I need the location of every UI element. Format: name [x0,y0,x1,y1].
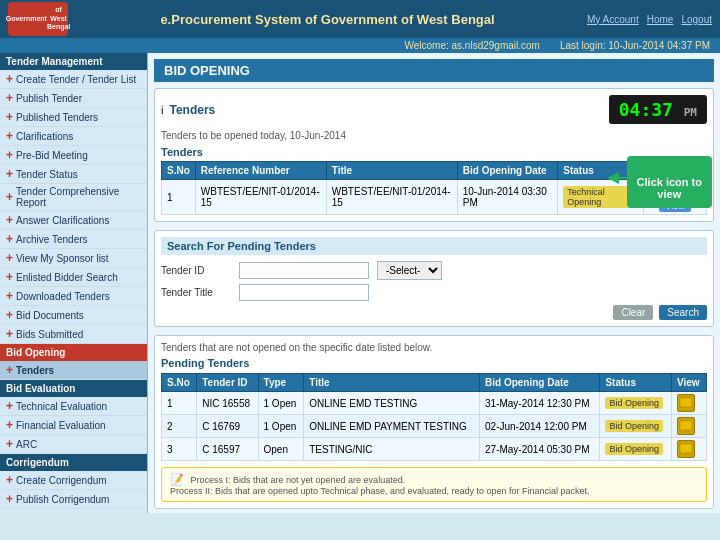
page-title: BID OPENING [154,59,714,82]
sidebar-item-tenders[interactable]: +Tenders [0,361,147,380]
sidebar-item-financial-eval[interactable]: +Financial Evaluation [0,416,147,435]
pcell-sno: 1 [162,392,197,415]
note-box: 📝 Process I: Bids that are not yet opene… [161,467,707,502]
sidebar-item-technical-eval[interactable]: +Technical Evaluation [0,397,147,416]
main-layout: Tender Management +Create Tender / Tende… [0,53,720,513]
cell-title: WBTEST/EE/NIT-01/2014-15 [326,180,457,215]
sidebar-item-create-tender[interactable]: +Create Tender / Tender List [0,70,147,89]
tender-title-label: Tender Title [161,287,231,298]
view-icon[interactable] [677,440,695,458]
callout-click-icon: Click icon to view [627,156,712,208]
sidebar-item-create-corrigendum[interactable]: +Create Corrigendum [0,471,147,490]
cell-sno: 1 [162,180,196,215]
pcell-date: 27-May-2014 05:30 PM [480,438,600,461]
col-title: Title [326,162,457,180]
welcome-item: Welcome: as.nlsd29gmail.com [404,40,539,51]
note-process1: Process I: Bids that are not yet opened … [191,475,406,485]
pcol-view: View [671,374,706,392]
note-icon: 📝 [170,473,184,485]
sidebar-item-tender-status[interactable]: +Tender Status [0,165,147,184]
timer-value: 04:37 [619,99,673,120]
sidebar-item-published-tenders[interactable]: +Published Tenders [0,108,147,127]
pcell-date: 02-Jun-2014 12:00 PM [480,415,600,438]
pcol-type: Type [258,374,304,392]
status-badge: Bid Opening [605,420,663,432]
pcol-title: Title [304,374,480,392]
sidebar-item-answer-clarifications[interactable]: +Answer Clarifications [0,211,147,230]
pending-heading: Pending Tenders [161,357,707,369]
pcell-title: ONLINE EMD TESTING [304,392,480,415]
cell-ref: WBTEST/EE/NIT-01/2014-15 [195,180,326,215]
pcell-view[interactable] [671,392,706,415]
open-date-text: Tenders to be opened today, 10-Jun-2014 [161,130,707,141]
pcell-status: Bid Opening [600,415,671,438]
pcell-sno: 3 [162,438,197,461]
svg-rect-3 [680,421,692,430]
col-sno: S.No [162,162,196,180]
sidebar-item-arc[interactable]: +ARC [0,435,147,454]
home-link[interactable]: Home [647,14,674,25]
sidebar-item-published-corrigendum[interactable]: +Published Corrigendum [0,509,147,513]
pcell-sno: 2 [162,415,197,438]
table-row: 2 C 16769 1 Open ONLINE EMD PAYMENT TEST… [162,415,707,438]
last-login-item: Last login: 10-Jun-2014 04:37 PM [560,40,710,51]
pcell-type: 1 Open [258,415,304,438]
pcell-status: Bid Opening [600,392,671,415]
pcell-id: C 16597 [197,438,258,461]
sidebar-item-downloaded[interactable]: +Downloaded Tenders [0,287,147,306]
tender-id-row: Tender ID -Select- [161,261,707,280]
view-icon[interactable] [677,417,695,435]
pending-table: S.No Tender ID Type Title Bid Opening Da… [161,373,707,461]
system-title: e.Procurement System of Government of We… [160,12,494,27]
table-row: 1 NIC 16558 1 Open ONLINE EMD TESTING 31… [162,392,707,415]
sidebar-item-bid-docs[interactable]: +Bid Documents [0,306,147,325]
sidebar-item-comprehensive[interactable]: +Tender Comprehensive Report [0,184,147,211]
sidebar-section-bid-eval: Bid Evaluation [0,380,147,397]
search-button[interactable]: Search [659,305,707,320]
content-area: BID OPENING i Tenders 04:37 PM [148,53,720,513]
pcell-type: 1 Open [258,392,304,415]
pcell-id: NIC 16558 [197,392,258,415]
timer-container: 04:37 PM [599,95,707,124]
sidebar-item-publish-tender[interactable]: +Publish Tender [0,89,147,108]
sidebar-item-prebid[interactable]: +Pre-Bid Meeting [0,146,147,165]
callout-click-icon-text: Click icon to view [637,176,702,200]
logout-link[interactable]: Logout [681,14,712,25]
welcome-bar: Welcome: as.nlsd29gmail.com Last login: … [0,38,720,53]
pcell-view[interactable] [671,415,706,438]
pcell-title: TESTING/NIC [304,438,480,461]
tender-title-row: Tender Title [161,284,707,301]
tender-type-select[interactable]: -Select- [377,261,442,280]
sidebar-item-bids-submitted[interactable]: +Bids Submitted [0,325,147,344]
welcome-user: as.nlsd29gmail.com [452,40,540,51]
col-ref: Reference Number [195,162,326,180]
pcell-view[interactable] [671,438,706,461]
header-logo: Government of West Bengal [8,2,68,36]
sidebar-item-publish-corrigendum[interactable]: +Publish Corrigendum [0,490,147,509]
logo: Government of West Bengal [8,2,68,36]
clear-button[interactable]: Clear [613,305,653,320]
info-icon: i [161,104,163,116]
tender-title-input[interactable] [239,284,369,301]
logo-line2: of West Bengal [47,6,70,31]
pending-intro: Tenders that are not opened on the speci… [161,342,707,353]
welcome-label: Welcome [404,40,446,51]
tender-id-input[interactable] [239,262,369,279]
col-bid-date: Bid Opening Date [457,162,558,180]
tender-id-label: Tender ID [161,265,231,276]
header: Government of West Bengal e.Procurement … [0,0,720,38]
sidebar: Tender Management +Create Tender / Tende… [0,53,148,513]
search-buttons: Clear Search [161,305,707,320]
pcol-id: Tender ID [197,374,258,392]
logo-line1: Government [6,15,47,23]
view-icon[interactable] [677,394,695,412]
sidebar-item-sponsor[interactable]: +View My Sponsor list [0,249,147,268]
header-right: My Account Home Logout [587,14,712,25]
sidebar-item-enlisted[interactable]: +Enlisted Bidder Search [0,268,147,287]
sidebar-item-archive[interactable]: +Archive Tenders [0,230,147,249]
sidebar-item-clarifications[interactable]: +Clarifications [0,127,147,146]
svg-rect-4 [680,444,692,453]
my-account-link[interactable]: My Account [587,14,639,25]
search-heading: Search For Pending Tenders [161,237,707,255]
tenders-heading-row: i Tenders [161,103,215,117]
